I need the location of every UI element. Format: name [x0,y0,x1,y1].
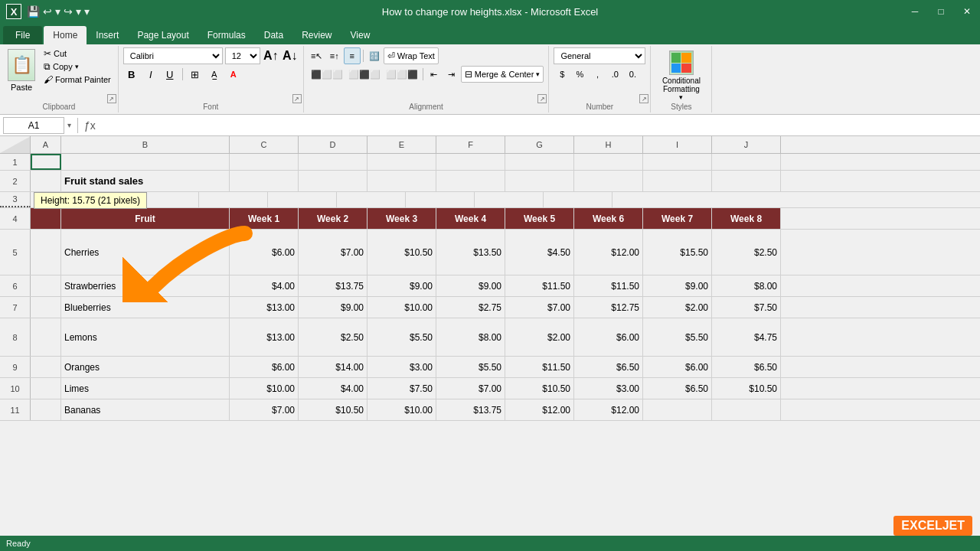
row-num-10[interactable]: 10 [0,378,31,399]
align-center-btn[interactable]: ⬜⬛⬜ [346,66,383,83]
align-right-btn[interactable]: ⬜⬜⬛ [384,66,420,83]
decrease-indent-btn[interactable]: ⇤ [426,66,443,83]
tab-page-layout[interactable]: Page Layout [128,26,198,44]
col-header-b[interactable]: B [61,136,230,153]
row-num-2[interactable]: 2 [0,171,31,191]
cell-b11[interactable]: Bananas [61,399,230,420]
cell-f5[interactable]: $13.50 [436,230,505,275]
paste-button[interactable]: Paste [5,47,38,100]
underline-button[interactable]: U [162,66,178,83]
row-num-9[interactable]: 9 [0,357,31,377]
tab-view[interactable]: View [341,26,380,44]
col-header-i[interactable]: I [643,136,712,153]
cell-e8[interactable]: $5.50 [368,318,436,356]
cell-b8[interactable]: Lemons [61,318,230,356]
font-grow-button[interactable]: A↑ [263,47,279,64]
number-format-select[interactable]: General [554,47,645,64]
tab-formulas[interactable]: Formulas [198,26,255,44]
format-painter-action[interactable]: 🖌 Format Painter [41,73,113,86]
cell-a2[interactable] [31,171,61,191]
cell-d11[interactable]: $10.50 [299,399,368,420]
cell-i9[interactable]: $6.00 [643,357,712,377]
col-header-d[interactable]: D [299,136,368,153]
comma-btn[interactable]: , [589,66,606,83]
cell-c3[interactable] [61,192,130,207]
font-shrink-button[interactable]: A↓ [282,47,299,64]
cell-a11[interactable] [31,399,61,420]
row-resize-handle-4[interactable] [0,226,980,229]
merge-center-arrow[interactable]: ▾ [536,70,540,78]
align-top-left-btn[interactable]: ≡↖ [309,47,325,64]
cell-i7[interactable]: $2.00 [643,297,712,318]
cell-d10[interactable]: $4.00 [299,378,368,399]
cell-b1[interactable] [61,154,230,170]
cut-action[interactable]: ✂ Cut [41,47,113,60]
cell-a5[interactable] [31,230,61,275]
cell-a8[interactable] [31,318,61,356]
cell-e11[interactable]: $10.00 [368,399,436,420]
cell-i2[interactable] [643,171,712,191]
cell-e2[interactable] [368,171,436,191]
cell-i3[interactable] [475,192,544,207]
cell-c6[interactable]: $4.00 [230,276,299,296]
font-name-select[interactable]: Calibri [123,47,223,64]
name-box-dropdown[interactable]: ▾ [67,121,71,129]
align-left-btn[interactable]: ⬛⬜⬜ [309,66,345,83]
cell-b5[interactable]: Cherries [61,230,230,275]
font-color-button[interactable]: A [225,66,242,83]
cell-j9[interactable]: $6.50 [712,357,781,377]
cell-h11[interactable]: $12.00 [574,399,643,420]
col-header-g[interactable]: G [505,136,574,153]
cell-b9[interactable]: Oranges [61,357,230,377]
cell-d1[interactable] [299,154,368,170]
col-header-f[interactable]: F [436,136,505,153]
cell-i10[interactable]: $6.50 [643,378,712,399]
cell-j2[interactable] [712,171,781,191]
cell-e9[interactable]: $3.00 [368,357,436,377]
cell-f6[interactable]: $9.00 [436,276,505,296]
cell-j6[interactable]: $8.00 [712,276,781,296]
cell-i11[interactable] [643,399,712,420]
cell-g6[interactable]: $11.50 [505,276,574,296]
align-top-right-btn[interactable]: ≡ [344,47,361,64]
col-header-h[interactable]: H [574,136,643,153]
clipboard-expand-icon[interactable]: ↗ [107,94,116,103]
increase-decimal-btn[interactable]: .0 [606,66,623,83]
cell-a3[interactable] [31,192,61,207]
cell-g10[interactable]: $10.50 [505,378,574,399]
cell-h10[interactable]: $3.00 [574,378,643,399]
tab-file[interactable]: File [3,26,42,44]
copy-action[interactable]: ⧉ Copy ▾ [41,60,113,73]
cell-a7[interactable] [31,297,61,318]
cell-e1[interactable] [368,154,436,170]
cell-a1[interactable] [31,154,61,170]
cell-g5[interactable]: $4.50 [505,230,574,275]
cell-h6[interactable]: $11.50 [574,276,643,296]
row-num-11[interactable]: 11 [0,399,31,420]
cell-g1[interactable] [505,154,574,170]
cell-d7[interactable]: $9.00 [299,297,368,318]
cell-j3[interactable] [544,192,612,207]
cell-d8[interactable]: $2.50 [299,318,368,356]
fill-color-button[interactable]: A̲ [206,66,223,83]
cell-a6[interactable] [31,276,61,296]
close-btn[interactable]: ✕ [954,0,980,23]
cell-c1[interactable] [230,154,299,170]
cell-c5[interactable]: $6.00 [230,230,299,275]
cell-b2[interactable]: Fruit stand sales [61,171,230,191]
cell-g11[interactable]: $12.00 [505,399,574,420]
minimize-btn[interactable]: ─ [902,0,928,23]
cell-e10[interactable]: $7.50 [368,378,436,399]
cell-e5[interactable]: $10.50 [368,230,436,275]
cell-c9[interactable]: $6.00 [230,357,299,377]
save-icon[interactable]: 💾 [27,5,40,18]
cell-b6[interactable]: Strawberries [61,276,230,296]
font-expand-icon[interactable]: ↗ [292,94,302,103]
cell-f8[interactable]: $8.00 [436,318,505,356]
border-button[interactable]: ⊞ [187,66,204,83]
cell-i8[interactable]: $5.50 [643,318,712,356]
tab-review[interactable]: Review [292,26,341,44]
cell-b10[interactable]: Limes [61,378,230,399]
cell-j8[interactable]: $4.75 [712,318,781,356]
cell-f10[interactable]: $7.00 [436,378,505,399]
